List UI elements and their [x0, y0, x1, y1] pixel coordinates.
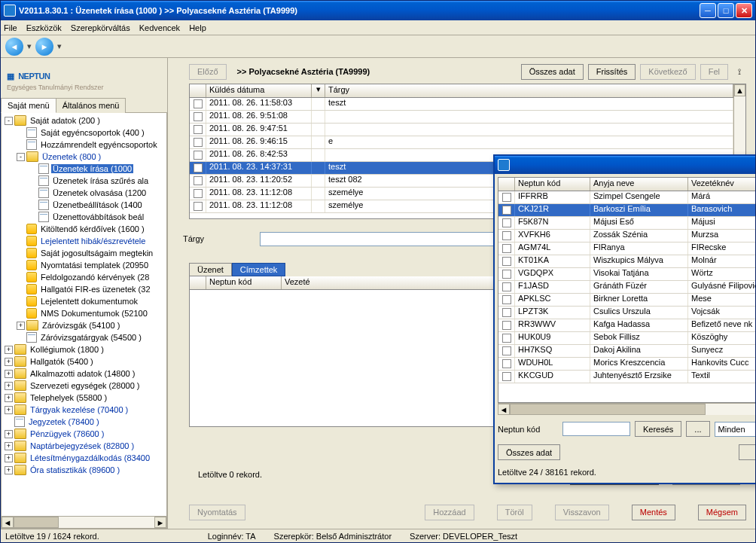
tree-hscroll[interactable]: ◄ ► [2, 516, 166, 528]
tree-item[interactable]: Lejelentett dokumentumok [2, 295, 166, 307]
expand-icon[interactable]: - [17, 153, 25, 161]
table-row[interactable]: XVFKH6Zossák SzéniaMurzsaFélix [498, 230, 755, 243]
refresh-button[interactable]: Frissítés [588, 64, 636, 80]
prev-button[interactable]: Előző [189, 64, 227, 80]
checkbox[interactable] [502, 359, 511, 368]
col-header[interactable]: Tárgy [325, 84, 733, 97]
table-row[interactable]: AGM74LFIRanyaFIRecskeFir [498, 243, 755, 255]
expand-icon[interactable]: + [5, 382, 13, 390]
checkbox[interactable] [502, 218, 511, 227]
tree-item[interactable]: Üzenetek írása (1000 [2, 163, 166, 175]
tree-item[interactable]: Saját egyéncsoportok (400 ) [2, 127, 166, 139]
search-input[interactable] [562, 422, 630, 436]
table-row[interactable]: HH7KSQDakoj AkilinaSunyeczMédi [498, 345, 755, 358]
tree-item[interactable]: Üzenetek olvasása (1200 [2, 187, 166, 199]
checkbox[interactable] [194, 202, 203, 211]
back-dropdown[interactable]: ▾ [25, 38, 34, 56]
table-row[interactable]: APKLSCBirkner LorettaMeseKenéz [498, 294, 755, 307]
table-row[interactable]: IFFRRBSzimpel CsengeleMáráAmadé [498, 191, 755, 204]
tree-item[interactable]: NMS Dokumentumok (52100 [2, 307, 166, 319]
table-row[interactable]: 2011. 08. 26. 11:58:03teszt [190, 98, 733, 111]
tree-item[interactable]: Kitöltendő kérdőívek (1600 ) [2, 223, 166, 235]
checkbox[interactable] [194, 163, 203, 172]
table-row[interactable]: 2011. 08. 26. 9:51:08 [190, 111, 733, 124]
back-button[interactable]: ◄ [5, 38, 23, 56]
menu-help[interactable]: Help [189, 23, 206, 32]
tree-item[interactable]: -Üzenetek (800 ) [2, 151, 166, 163]
expand-icon[interactable]: + [5, 346, 13, 354]
col-header[interactable]: Neptun kód [515, 178, 590, 191]
expand-icon[interactable]: + [5, 394, 13, 402]
tab-cimzettek[interactable]: Címzettek [232, 263, 286, 276]
tree-item[interactable]: Nyomtatási templatek (20950 [2, 259, 166, 271]
checkbox[interactable] [194, 138, 203, 147]
checkbox[interactable] [194, 125, 203, 134]
col-header[interactable]: Vezetéknév [688, 178, 755, 191]
menu-fav[interactable]: Kedvencek [139, 23, 180, 32]
table-row[interactable]: F1JASDGránáth FüzérGulyásné FilipovicsJá… [498, 281, 755, 294]
col-neptun[interactable]: Neptun kód [206, 276, 282, 289]
checkbox[interactable] [502, 231, 511, 240]
side-tab-own[interactable]: Saját menü [1, 98, 56, 113]
tree-item[interactable]: +Szervezeti egységek (28000 ) [2, 380, 166, 392]
checkbox[interactable] [194, 99, 203, 108]
checkbox[interactable] [502, 282, 511, 291]
menu-role[interactable]: Szerepkörváltás [71, 23, 130, 32]
save-button[interactable]: Mentés [632, 505, 675, 520]
table-row[interactable]: KT01KAWiszkupics MályvaMolnárGyula [498, 255, 755, 268]
tree-item[interactable]: Saját jogosultságaim megtekin [2, 247, 166, 259]
tree-item[interactable]: +Telephelyek (55800 ) [2, 392, 166, 404]
checkbox[interactable] [502, 270, 511, 279]
selector-grid[interactable]: Neptun kódAnyja neveVezetéknévKeresztnév… [498, 177, 755, 403]
tree-item[interactable]: +Hallgatók (5400 ) [2, 355, 166, 368]
up-button[interactable]: Fel [700, 64, 728, 80]
tree-item[interactable]: +Naptárbejegyzések (82800 ) [2, 440, 166, 452]
checkbox[interactable] [194, 151, 203, 160]
tree-item[interactable]: Jegyzetek (78400 ) [2, 416, 166, 428]
tree-item[interactable]: +Tárgyak kezelése (70400 ) [2, 404, 166, 416]
checkbox[interactable] [502, 334, 511, 343]
tree-item[interactable]: +Létesítménygazdálkodás (83400 [2, 452, 166, 464]
scroll-right-icon[interactable]: ► [154, 517, 166, 528]
tree-item[interactable]: Hozzámrendelt egyéncsoportok [2, 139, 166, 151]
checkbox[interactable] [502, 346, 511, 355]
col-header[interactable] [190, 84, 206, 97]
scroll-thumb[interactable] [14, 517, 59, 528]
table-row[interactable]: RR3WWVKafga HadassaBefizető neve nkMagán… [498, 319, 755, 332]
checkbox[interactable] [194, 189, 203, 198]
col-header[interactable] [498, 178, 515, 191]
pin-icon[interactable]: ⟟ [733, 65, 746, 78]
modal-hscroll[interactable]: ◄ ► [498, 403, 755, 415]
col-check[interactable] [190, 276, 206, 289]
col-header[interactable]: ▾ [312, 84, 325, 97]
cancel-button[interactable]: Mégsem [698, 505, 746, 520]
checkbox[interactable] [194, 176, 203, 185]
checkbox[interactable] [502, 193, 511, 202]
scope-combo[interactable]: Minden [715, 422, 755, 437]
expand-icon[interactable]: + [5, 466, 13, 474]
tree-item[interactable]: +Záróvizsgák (54100 ) [2, 319, 166, 331]
checkbox[interactable] [502, 295, 511, 304]
expand-icon[interactable]: + [17, 322, 25, 330]
table-row[interactable]: LPZT3KCsulics UrszulaVojcsákKesző [498, 307, 755, 319]
table-row[interactable]: CKJ21RBarkoszi EmíliaBarasovichBarszos [498, 204, 755, 217]
col-header[interactable]: Küldés dátuma [206, 84, 312, 97]
tree-item[interactable]: Üzenetbeállítások (1400 [2, 199, 166, 211]
modal-all-button[interactable]: Összes adat [498, 444, 560, 460]
checkbox[interactable] [502, 206, 511, 215]
tree-item[interactable]: Üzenettovábbítások beál [2, 211, 166, 223]
scroll-left-icon[interactable]: ◄ [2, 517, 14, 528]
table-row[interactable]: HUK0U9Sebok FilliszKöszöghyMaximusz [498, 332, 755, 345]
print-button[interactable]: Nyomtatás [189, 505, 245, 520]
table-row[interactable]: KKCGUDJuhtenyésztő ErzsikeTextilÖzséb [498, 371, 755, 383]
expand-icon[interactable]: + [5, 430, 13, 438]
expand-icon[interactable]: + [5, 454, 13, 462]
tree-item[interactable]: Üzenetek írása szűrés ala [2, 175, 166, 187]
delete-button[interactable]: Töröl [497, 505, 532, 520]
table-row[interactable]: F5K87NMájusi EsőMájusiCsenge [498, 217, 755, 230]
col-header[interactable]: Anyja neve [590, 178, 688, 191]
menu-file[interactable]: File [4, 23, 17, 32]
tree-item[interactable]: Hallgatói FIR-es üzenetek (32 [2, 283, 166, 295]
tab-uzenet[interactable]: Üzenet [189, 263, 232, 276]
titlebar[interactable]: V2011.8.30.1 : Üzenetek írása (1000 ) >>… [1, 1, 755, 20]
